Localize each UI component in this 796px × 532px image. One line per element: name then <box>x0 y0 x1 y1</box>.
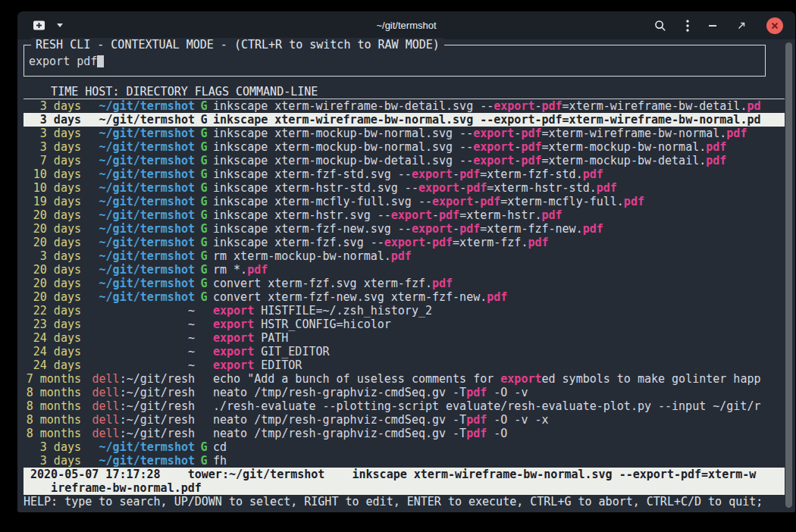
command-match-text: pdf <box>624 195 644 208</box>
command-text: neato /tmp/resh-graphviz-cmdSeq.gv -T <box>213 427 466 440</box>
row-directory: :~/git/resh <box>120 413 195 427</box>
row-flags <box>195 304 213 318</box>
minimize-icon <box>709 25 716 27</box>
new-tab-icon <box>33 20 45 31</box>
menu-button[interactable] <box>686 20 689 32</box>
command-match-text: export <box>494 99 534 113</box>
command-text: rm xterm-mockup-bw-normal. <box>213 249 391 263</box>
row-directory: ~/git/termshot <box>99 127 195 140</box>
row-flags: G <box>195 127 213 140</box>
scrollbar[interactable] <box>785 42 793 508</box>
history-row[interactable]: 10 days~/git/termshotGinkscape xterm-fzf… <box>24 167 785 181</box>
history-row[interactable]: 20 days~/git/termshotGinkscape xterm-fzf… <box>24 236 785 249</box>
history-row[interactable]: 20 days~/git/termshotGrm *.pdf <box>24 263 785 277</box>
row-directory: :~/git/resh <box>120 386 195 399</box>
row-directory: ~/git/termshot <box>99 236 195 249</box>
history-row[interactable]: 24 days~export PATH <box>24 331 785 345</box>
command-match-text: pdf <box>597 181 617 195</box>
tab-list-dropdown-button[interactable] <box>57 23 63 27</box>
row-flags: G <box>195 277 213 290</box>
history-row[interactable]: 10 days~/git/termshotGinkscape xterm-hst… <box>24 181 785 195</box>
command-text: =xterm-mcfly-full. <box>500 195 624 208</box>
row-time: 8 months <box>24 386 81 399</box>
row-host: dell <box>92 372 120 386</box>
history-row[interactable]: 3 days~/git/termshotGinkscape xterm-wire… <box>24 113 785 127</box>
table-header: TIME HOST: DIRECTORY FLAGS COMMAND-LINE <box>24 85 785 99</box>
row-host-directory: ~/git/termshot <box>81 440 195 454</box>
row-host-directory: ~/git/termshot <box>81 454 195 468</box>
history-row[interactable]: 19 days~/git/termshotGinkscape xterm-mcf… <box>24 195 785 208</box>
command-match-text: export <box>432 195 473 208</box>
new-tab-button[interactable] <box>33 20 45 31</box>
row-flags: G <box>195 140 213 154</box>
row-command: neato /tmp/resh-graphviz-cmdSeq.gv -Tpdf… <box>213 427 785 440</box>
terminal-content: RESH CLI - CONTEXTUAL MODE - (CTRL+R to … <box>17 39 795 512</box>
search-button[interactable] <box>654 20 666 32</box>
command-text: =xterm-wireframe-bw-normal. <box>563 113 747 127</box>
history-row[interactable]: 7 monthsdell:~/git/reshecho "Add a bunch… <box>24 372 785 386</box>
row-time: 8 months <box>24 399 81 413</box>
history-row[interactable]: 20 days~/git/termshotGconvert xterm-fzf.… <box>24 277 785 290</box>
row-directory: ~/git/termshot <box>99 113 195 127</box>
history-row[interactable]: 3 days~/git/termshotGfh <box>24 454 785 468</box>
command-text: =xterm-hstr. <box>459 208 541 222</box>
row-flags: G <box>195 195 213 208</box>
command-text: neato /tmp/resh-graphviz-cmdSeq.gv -T <box>213 413 466 427</box>
row-directory: ~/git/termshot <box>99 154 195 167</box>
row-directory: ~/git/termshot <box>99 140 195 154</box>
row-flags: G <box>195 222 213 236</box>
row-flags <box>195 331 213 345</box>
history-row[interactable]: 24 days~export GIT_EDITOR <box>24 345 785 358</box>
history-row[interactable]: 3 days~/git/termshotGinkscape xterm-wire… <box>24 99 785 113</box>
text-cursor <box>97 55 104 67</box>
history-row[interactable]: 8 monthsdell:~/git/reshneato /tmp/resh-g… <box>24 386 785 399</box>
close-button[interactable] <box>766 17 783 34</box>
row-host-directory: ~/git/termshot <box>81 263 195 277</box>
command-match-text: export <box>213 358 254 372</box>
history-row[interactable]: 3 days~/git/termshotGinkscape xterm-mock… <box>24 127 785 140</box>
status-line-1: 2020-05-07 17:17:28 tower:~/git/termshot… <box>24 468 785 481</box>
command-text: inkscape xterm-mcfly-full.svg -- <box>213 195 432 208</box>
row-directory: ~/git/termshot <box>99 99 195 113</box>
row-command: fh <box>213 454 785 468</box>
history-row[interactable]: 8 monthsdell:~/git/reshneato /tmp/resh-g… <box>24 413 785 427</box>
scrollbar-thumb[interactable] <box>785 42 792 508</box>
command-match-text: pdf <box>432 236 453 249</box>
command-match-text: pdf <box>541 113 562 127</box>
row-host-directory: ~/git/termshot <box>81 222 195 236</box>
command-text: inkscape xterm-hstr.svg -- <box>213 208 391 222</box>
row-host-directory: dell:~/git/resh <box>81 413 195 427</box>
history-row[interactable]: 20 days~/git/termshotGinkscape xterm-hst… <box>24 208 785 222</box>
row-time: 3 days <box>24 99 81 113</box>
row-command: inkscape xterm-mcfly-full.svg --export-p… <box>213 195 785 208</box>
command-text: =xterm-hstr-std. <box>487 181 597 195</box>
command-text: cd <box>213 440 227 454</box>
command-text: PATH <box>254 331 288 345</box>
history-row[interactable]: 24 days~export EDITOR <box>24 358 785 372</box>
history-row[interactable]: 8 monthsdell:~/git/resh./resh-evaluate -… <box>24 399 785 413</box>
command-match-text: export <box>494 113 534 127</box>
history-row[interactable]: 3 days~/git/termshotGrm xterm-mockup-bw-… <box>24 249 785 263</box>
search-box: RESH CLI - CONTEXTUAL MODE - (CTRL+R to … <box>24 45 766 77</box>
row-flags <box>195 358 213 372</box>
row-directory: ~ <box>188 345 195 358</box>
history-row[interactable]: 7 days~/git/termshotGinkscape xterm-mock… <box>24 154 785 167</box>
history-row[interactable]: 20 days~/git/termshotGconvert xterm-fzf-… <box>24 290 785 304</box>
titlebar[interactable]: ~/git/termshot <box>17 11 795 39</box>
row-host-directory: ~/git/termshot <box>81 195 195 208</box>
command-match-text: export <box>213 331 254 345</box>
row-time: 10 days <box>24 181 81 195</box>
command-text: HSTR_CONFIG=hicolor <box>254 318 391 331</box>
history-row[interactable]: 22 days~export HISTFILE=~/.zsh_history_2 <box>24 304 785 318</box>
history-row[interactable]: 23 days~export HSTR_CONFIG=hicolor <box>24 318 785 331</box>
history-row[interactable]: 3 days~/git/termshotGcd <box>24 440 785 454</box>
history-row[interactable]: 3 days~/git/termshotGinkscape xterm-mock… <box>24 140 785 154</box>
command-text: neato /tmp/resh-graphviz-cmdSeq.gv -T <box>213 386 466 399</box>
command-match-text: export <box>473 140 514 154</box>
history-row[interactable]: 20 days~/git/termshotGinkscape xterm-fzf… <box>24 222 785 236</box>
minimize-button[interactable] <box>709 25 716 27</box>
row-directory: ~/git/termshot <box>99 222 195 236</box>
history-row[interactable]: 8 monthsdell:~/git/reshneato /tmp/resh-g… <box>24 427 785 440</box>
restore-button[interactable] <box>736 20 747 31</box>
row-time: 20 days <box>24 208 81 222</box>
